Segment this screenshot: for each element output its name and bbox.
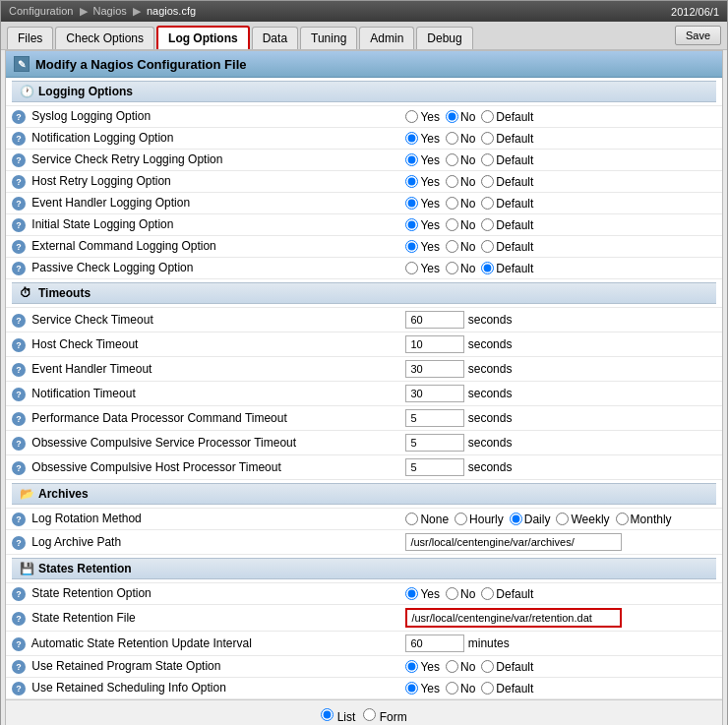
ret-sched-default-radio[interactable]	[481, 682, 494, 695]
evt-no-radio[interactable]	[446, 197, 458, 210]
svc-retry-default-radio[interactable]	[481, 153, 494, 166]
state-ret-yes-radio[interactable]	[405, 587, 418, 600]
ext-yes-radio[interactable]	[405, 240, 418, 253]
table-row: ? State Retention File	[6, 605, 722, 632]
event-handler-timeout-input[interactable]	[405, 360, 464, 378]
ret-prog-default-radio[interactable]	[481, 660, 494, 673]
state-retention-file-input[interactable]	[405, 608, 622, 628]
notif-yes-radio[interactable]	[405, 132, 418, 145]
tab-debug[interactable]: Debug	[416, 27, 472, 49]
help-icon[interactable]: ?	[12, 682, 26, 695]
syslog-no-radio[interactable]	[446, 110, 458, 123]
evt-default-radio[interactable]	[481, 197, 494, 210]
notif-default-radio[interactable]	[481, 132, 494, 145]
breadcrumb-item[interactable]: Nagios	[93, 5, 127, 17]
help-icon[interactable]: ?	[12, 660, 26, 674]
rotation-hourly-radio[interactable]	[455, 513, 467, 525]
rotation-monthly-radio[interactable]	[616, 513, 629, 525]
states-icon: 💾	[20, 562, 33, 575]
host-retry-yes-radio[interactable]	[405, 175, 418, 188]
help-icon[interactable]: ?	[12, 132, 26, 146]
syslog-default-radio[interactable]	[481, 110, 494, 123]
logging-icon: 🕐	[20, 85, 33, 98]
help-icon[interactable]: ?	[12, 412, 26, 426]
table-row: ? State Retention Option Yes No Default	[6, 583, 722, 605]
ext-no-radio[interactable]	[446, 240, 458, 253]
save-button-top[interactable]: Save	[675, 26, 721, 45]
tab-log-options[interactable]: Log Options	[156, 26, 250, 49]
section-header-timeouts: ⏱ Timeouts	[12, 282, 716, 304]
state-ret-default-radio[interactable]	[481, 587, 494, 600]
ret-prog-no-radio[interactable]	[446, 660, 458, 673]
help-icon[interactable]: ?	[12, 612, 26, 626]
init-yes-radio[interactable]	[405, 218, 418, 231]
help-icon[interactable]: ?	[12, 388, 26, 401]
ret-sched-no-radio[interactable]	[446, 682, 458, 695]
help-icon[interactable]: ?	[12, 314, 26, 328]
notif-no-radio[interactable]	[446, 132, 458, 145]
help-icon[interactable]: ?	[12, 110, 26, 124]
ret-sched-yes-radio[interactable]	[405, 682, 418, 695]
table-row: ? Log Archive Path	[6, 530, 722, 555]
tab-files[interactable]: Files	[7, 27, 53, 49]
page-title: ✎ Modify a Nagios Configuration File	[6, 51, 722, 78]
state-ret-no-radio[interactable]	[446, 587, 458, 600]
help-icon[interactable]: ?	[12, 461, 26, 475]
host-check-timeout-input[interactable]	[405, 335, 464, 353]
help-icon[interactable]: ?	[12, 587, 26, 601]
help-icon[interactable]: ?	[12, 240, 26, 254]
table-row: ? Host Check Timeout seconds	[6, 332, 722, 357]
host-retry-no-radio[interactable]	[446, 175, 458, 188]
init-default-radio[interactable]	[481, 218, 494, 231]
table-row: ? Event Handler Timeout seconds	[6, 357, 722, 382]
help-icon[interactable]: ?	[12, 437, 26, 451]
rotation-weekly-radio[interactable]	[556, 513, 569, 525]
notification-timeout-input[interactable]	[405, 385, 464, 402]
log-archive-path-input[interactable]	[405, 533, 622, 551]
rotation-daily-radio[interactable]	[510, 513, 522, 525]
svc-retry-no-radio[interactable]	[446, 153, 458, 166]
breadcrumb-item[interactable]: nagios.cfg	[147, 5, 196, 17]
ret-prog-yes-radio[interactable]	[405, 660, 418, 673]
init-no-radio[interactable]	[446, 218, 458, 231]
perf-data-timeout-input[interactable]	[405, 409, 464, 427]
table-row: ? Use Retained Scheduling Info Option Ye…	[6, 678, 722, 699]
tab-check-options[interactable]: Check Options	[55, 27, 154, 49]
passive-default-radio[interactable]	[481, 262, 494, 274]
section-header-logging: 🕐 Logging Options	[12, 81, 716, 102]
help-icon[interactable]: ?	[12, 218, 26, 232]
passive-no-radio[interactable]	[446, 262, 458, 274]
view-list-radio[interactable]	[321, 708, 334, 721]
table-row: ? Use Retained Program State Option Yes …	[6, 656, 722, 678]
help-icon[interactable]: ?	[12, 513, 26, 526]
evt-yes-radio[interactable]	[405, 197, 418, 210]
view-form-radio[interactable]	[363, 708, 376, 721]
help-icon[interactable]: ?	[12, 262, 26, 275]
ochp-timeout-input[interactable]	[405, 458, 464, 476]
ext-default-radio[interactable]	[481, 240, 494, 253]
table-row: ? Obsessive Compulsive Host Processor Ti…	[6, 455, 722, 480]
service-check-timeout-input[interactable]	[405, 311, 464, 329]
section-header-states: 💾 States Retention	[12, 558, 716, 579]
svc-retry-yes-radio[interactable]	[405, 153, 418, 166]
help-icon[interactable]: ?	[12, 175, 26, 189]
breadcrumb-date: 2012/06/1	[671, 6, 719, 18]
help-icon[interactable]: ?	[12, 363, 26, 377]
syslog-logging-radio: Yes No Default	[405, 110, 716, 124]
help-icon[interactable]: ?	[12, 536, 26, 550]
help-icon[interactable]: ?	[12, 338, 26, 352]
host-retry-default-radio[interactable]	[481, 175, 494, 188]
breadcrumb-item[interactable]: Configuration	[9, 5, 73, 17]
ocsp-timeout-input[interactable]	[405, 434, 464, 452]
syslog-yes-radio[interactable]	[405, 110, 418, 123]
state-update-interval-input[interactable]	[405, 634, 464, 652]
help-icon[interactable]: ?	[12, 153, 26, 167]
tab-admin[interactable]: Admin	[359, 27, 414, 49]
table-row: ? Service Check Timeout seconds	[6, 308, 722, 332]
passive-yes-radio[interactable]	[405, 262, 418, 274]
tab-data[interactable]: Data	[252, 27, 298, 49]
tab-tuning[interactable]: Tuning	[300, 27, 357, 49]
rotation-none-radio[interactable]	[405, 513, 418, 525]
help-icon[interactable]: ?	[12, 637, 26, 651]
help-icon[interactable]: ?	[12, 197, 26, 211]
